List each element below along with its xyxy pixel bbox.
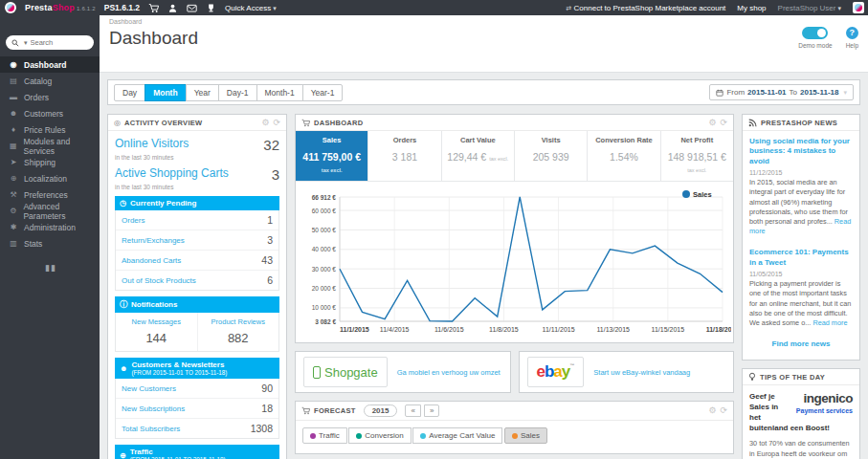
abandoned-carts-link[interactable]: Abandoned Carts — [122, 256, 181, 265]
sidebar-item-modules[interactable]: ▦Modules and Services — [0, 138, 100, 154]
svg-text:11/8/2015: 11/8/2015 — [489, 326, 519, 333]
tips-of-the-day-panel: TIPS OF THE DAY ingenico Payment service… — [742, 368, 860, 459]
clock-icon: ◷ — [120, 199, 126, 208]
sidebar-item-price-rules[interactable]: ♦Price Rules — [0, 121, 100, 138]
quick-access-menu[interactable]: Quick Access▾ — [225, 4, 277, 12]
search-input[interactable] — [31, 38, 83, 47]
news-article-title[interactable]: Using social media for your business: 4 … — [749, 137, 853, 166]
sidebar-item-orders[interactable]: ▬Orders — [0, 89, 100, 105]
sidebar-collapse-icon[interactable]: ▮▮ — [45, 263, 55, 273]
sidebar-item-preferences[interactable]: ⚒Preferences — [0, 186, 100, 203]
svg-text:11/1/2015: 11/1/2015 — [340, 326, 369, 333]
pending-row: Return/Exchanges3 — [116, 230, 278, 251]
cogs-icon: ⚙ — [9, 207, 17, 215]
sidebar-item-dashboard[interactable]: ◉Dashboard — [0, 56, 100, 73]
user-avatar[interactable] — [853, 2, 864, 13]
out-of-stock-link[interactable]: Out of Stock Products — [122, 276, 196, 285]
new-messages-link[interactable]: New Messages — [132, 317, 181, 326]
sidebar-item-stats[interactable]: ▥Stats — [0, 235, 100, 251]
cart-icon[interactable] — [148, 3, 159, 13]
marketplace-icon: ⇄ — [566, 5, 571, 11]
active-carts-link[interactable]: Active Shopping Carts — [115, 166, 229, 180]
marketplace-link[interactable]: ⇄ Connect to PrestaShop Marketplace acco… — [564, 4, 725, 12]
panel-refresh-icon[interactable]: ⟳ — [720, 406, 727, 415]
panel-refresh-icon[interactable]: ⟳ — [720, 119, 727, 127]
kpi-visits[interactable]: Visits205 939 — [515, 131, 588, 181]
chevron-down-icon: ▾ — [843, 89, 847, 97]
filter-year-button[interactable]: Year — [186, 84, 219, 101]
shopgate-logo: Shopgate — [303, 357, 388, 387]
sidebar-item-localization[interactable]: ⊕Localization — [0, 170, 100, 186]
kpi-sales[interactable]: Sales411 759,00 € tax excl. — [296, 131, 368, 181]
online-visitors-link[interactable]: Online Visitors — [115, 137, 189, 150]
ingenico-logo: ingenico Payment services — [784, 392, 853, 415]
help-icon[interactable]: ? — [846, 27, 858, 39]
sidebar-item-shipping[interactable]: ➤Shipping — [0, 154, 100, 170]
user-icon[interactable] — [167, 3, 178, 13]
sidebar-item-catalog[interactable]: ▤Catalog — [0, 73, 100, 89]
panel-settings-icon[interactable]: ⚙ — [708, 119, 716, 127]
panel-settings-icon[interactable]: ⚙ — [708, 406, 716, 415]
stats-icon: ▥ — [9, 239, 18, 248]
kpi-orders[interactable]: Orders3 181 — [368, 131, 441, 181]
dashboard-panel: DASHBOARD ⚙ ⟳ Sales411 759,00 € tax excl… — [295, 114, 734, 343]
filter-month-button[interactable]: Month — [145, 84, 187, 101]
sidebar-item-administration[interactable]: ✱Administration — [0, 219, 100, 235]
shopgate-link[interactable]: Ga mobiel en verhoog uw omzet — [397, 368, 501, 377]
svg-text:20 000 €: 20 000 € — [312, 285, 337, 292]
sidebar-search[interactable]: ▾ — [6, 35, 94, 50]
toggle-traffic[interactable]: Traffic — [302, 427, 347, 444]
forecast-prev-button[interactable]: « — [405, 404, 420, 417]
traffic-dot-icon — [310, 433, 316, 439]
topbar: PrestaShop1.6.1.2 PS1.6.1.2 Quick Access… — [0, 0, 868, 15]
trophy-icon[interactable] — [206, 3, 216, 13]
sidebar-item-customers[interactable]: ☻Customers — [0, 105, 100, 121]
active-carts-sub: in the last 30 minutes — [115, 184, 279, 190]
kpi-net-profit[interactable]: Net Profit148 918,51 € tax excl. — [661, 131, 733, 181]
forecast-next-button[interactable]: » — [424, 404, 439, 417]
demo-mode-toggle[interactable] — [802, 27, 828, 39]
toggle-average-cart-value[interactable]: Average Cart Value — [412, 427, 502, 444]
pending-returns-link[interactable]: Return/Exchanges — [122, 236, 185, 245]
user-menu[interactable]: PrestaShop User▾ — [778, 4, 841, 12]
toggle-sales[interactable]: Sales — [504, 427, 547, 444]
forecast-panel-title: FORECAST — [314, 406, 356, 415]
pending-orders-link[interactable]: Orders — [122, 216, 145, 225]
kpi-cart-value[interactable]: Cart Value129,44 € tax excl. — [442, 131, 515, 181]
product-reviews-cell: Product Reviews882 — [197, 313, 279, 351]
filter-year-1-button[interactable]: Year-1 — [302, 84, 344, 101]
sales-chart: 11/1/201511/4/201511/6/201511/8/201511/1… — [296, 182, 733, 342]
new-subscriptions-link[interactable]: New Subscriptions — [122, 404, 185, 413]
search-scope-caret-icon[interactable]: ▾ — [24, 39, 28, 47]
read-more-link[interactable]: Read more — [812, 318, 847, 327]
find-more-news-link[interactable]: Find more news — [749, 339, 853, 348]
product-reviews-link[interactable]: Product Reviews — [211, 317, 265, 326]
my-shop-link[interactable]: My shop — [737, 4, 766, 12]
version-label: 1.6.1.2 — [77, 6, 96, 11]
sidebar-nav: ◉Dashboard ▤Catalog ▬Orders ☻Customers ♦… — [0, 56, 100, 251]
news-article-title[interactable]: Ecommerce 101: Payments in a Tweet — [749, 248, 853, 268]
messages-icon[interactable] — [187, 3, 197, 13]
panel-settings-icon[interactable]: ⚙ — [261, 119, 269, 127]
calendar-icon — [716, 89, 723, 97]
page-header: Dashboard Dashboard Demo mode ? Help — [100, 15, 868, 73]
filter-day-button[interactable]: Day — [114, 84, 145, 101]
period-button-group: Day Month Year Day-1 Month-1 Year-1 — [114, 84, 343, 101]
breadcrumb[interactable]: Dashboard — [109, 18, 858, 25]
catalog-icon: ▤ — [9, 76, 18, 85]
toggle-conversion[interactable]: Conversion — [348, 427, 411, 444]
tip-body: 30 tot 70% van de consumenten in Europa … — [749, 439, 853, 459]
ebay-link[interactable]: Start uw eBay-winkel vandaag — [593, 368, 690, 377]
new-customers-link[interactable]: New Customers — [122, 384, 176, 393]
panel-refresh-icon[interactable]: ⟳ — [273, 119, 280, 127]
kpi-conversion-rate[interactable]: Conversion Rate1.54% — [588, 131, 660, 181]
wrench-icon: ⚒ — [9, 190, 18, 199]
notifications-header: ⓘNotifications — [115, 296, 279, 313]
lightbulb-icon — [748, 372, 756, 382]
sidebar-item-advanced-parameters[interactable]: ⚙Advanced Parameters — [0, 203, 100, 219]
filter-day-1-button[interactable]: Day-1 — [218, 84, 257, 101]
filter-month-1-button[interactable]: Month-1 — [256, 84, 303, 101]
total-subscribers-link[interactable]: Total Subscribers — [122, 425, 180, 433]
customers-newsletters-header: ☻Customers & Newsletters(FROM 2015-11-01… — [115, 358, 279, 379]
date-range-picker[interactable]: From2015-11-01 To2015-11-18 ▾ — [709, 84, 854, 100]
